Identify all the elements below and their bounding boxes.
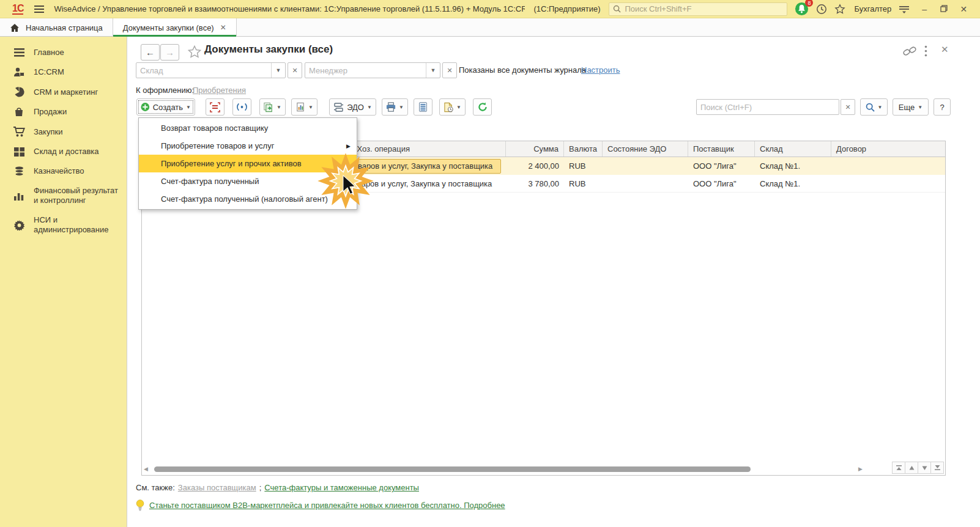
history-button[interactable] <box>816 4 827 15</box>
sidebar-item-crm-marketing[interactable]: CRM и маркетинг <box>0 82 127 102</box>
table-search-input[interactable] <box>697 103 839 112</box>
tab-purchase-documents[interactable]: Документы закупки (все) ✕ <box>113 18 237 37</box>
go-last-icon <box>934 465 941 471</box>
search-options-button[interactable]: ▼ <box>860 98 888 116</box>
rfid-button[interactable] <box>232 98 251 116</box>
supplier-orders-link[interactable]: Заказы поставщикам <box>178 483 256 492</box>
to-process-link[interactable]: Приобретения <box>193 86 246 95</box>
go-down-button[interactable] <box>918 462 931 474</box>
menu-item-purchase-goods-services[interactable]: Приобретение товаров и услуг ▶ <box>139 137 357 155</box>
go-up-button[interactable] <box>905 462 918 474</box>
manager-filter-combo[interactable]: ▼ <box>305 62 440 78</box>
column-header-warehouse[interactable]: Склад <box>755 141 831 157</box>
chevron-down-icon[interactable]: ▼ <box>271 63 285 78</box>
sidebar-item-1c-crm[interactable]: 1С:CRM <box>0 62 127 82</box>
warehouse-filter-input[interactable] <box>136 63 271 78</box>
up-icon <box>908 465 915 471</box>
close-form-icon[interactable]: ✕ <box>941 44 949 55</box>
scroll-right-icon[interactable]: ▶ <box>858 466 863 472</box>
manager-filter-input[interactable] <box>305 63 426 78</box>
cell-supplier: ООО "Лига" <box>688 161 755 171</box>
tab-home[interactable]: Начальная страница <box>0 18 113 37</box>
go-last-button[interactable] <box>930 462 944 474</box>
tab-home-label: Начальная страница <box>26 23 103 32</box>
back-button[interactable]: ← <box>141 44 160 61</box>
menu-item-return-to-supplier[interactable]: Возврат товаров поставщику <box>139 119 357 137</box>
sidebar-item-label: Закупки <box>34 127 62 137</box>
cell-warehouse: Склад №1. <box>755 161 831 171</box>
favorite-star-icon[interactable] <box>188 45 201 58</box>
sidebar-item-label: НСИ и администрирование <box>34 215 121 235</box>
link-icon[interactable] <box>903 45 916 57</box>
search-icon <box>866 103 875 112</box>
separator: ; <box>259 483 262 492</box>
column-header-sum[interactable]: Сумма <box>506 141 564 157</box>
notifications-button[interactable]: 8 <box>795 2 809 16</box>
global-search-input[interactable]: Поиск Ctrl+Shift+F <box>609 2 787 16</box>
table-search-clear-button[interactable]: ✕ <box>841 99 855 115</box>
favorites-button[interactable] <box>834 4 845 15</box>
help-button[interactable]: ? <box>934 98 951 116</box>
edo-button[interactable]: ЭДО ▼ <box>329 98 376 116</box>
deferred-document-button[interactable]: ▼ <box>439 98 466 116</box>
sidebar-item-label: 1С:CRM <box>34 67 64 77</box>
scrollbar-thumb[interactable] <box>154 466 751 472</box>
column-header-supplier[interactable]: Поставщик <box>688 141 755 157</box>
home-icon <box>10 23 20 32</box>
warehouse-clear-button[interactable]: ✕ <box>288 62 302 78</box>
column-header-currency[interactable]: Валюта <box>564 141 603 157</box>
horizontal-scrollbar[interactable]: ◀ ▶ <box>144 465 886 473</box>
forward-arrow-icon: → <box>165 47 174 57</box>
manager-clear-button[interactable]: ✕ <box>442 62 457 78</box>
column-header-contract[interactable]: Договор <box>831 141 945 157</box>
cell-currency: RUB <box>564 179 603 188</box>
chevron-down-icon: ▼ <box>186 105 191 110</box>
current-user[interactable]: Бухгалтер <box>854 4 891 13</box>
table-search-box[interactable] <box>696 99 839 115</box>
more-button[interactable]: Еще ▼ <box>893 98 929 116</box>
b2b-marketplace-link[interactable]: Станьте поставщиком B2B-маркетплейса и п… <box>149 501 505 510</box>
register-list-button[interactable] <box>414 98 432 116</box>
promo-row: Станьте поставщиком B2B-маркетплейса и п… <box>136 499 505 511</box>
service-menu-button[interactable] <box>899 4 910 14</box>
sidebar-item-purchases[interactable]: Закупки <box>0 122 127 142</box>
print-button[interactable]: ▼ <box>382 98 408 116</box>
chart-document-icon <box>295 102 305 112</box>
person-icon <box>12 67 26 77</box>
sidebar-item-main[interactable]: Главное <box>0 43 127 62</box>
sidebar-item-sales[interactable]: Продажи <box>0 102 127 122</box>
chevron-down-icon: ▼ <box>277 105 281 110</box>
create-button[interactable]: Создать ▼ <box>136 98 195 116</box>
sidebar-item-label: Главное <box>34 48 64 57</box>
go-first-button[interactable] <box>892 462 905 474</box>
tab-close-icon[interactable]: ✕ <box>220 23 226 32</box>
wireless-signal-icon <box>237 103 247 111</box>
forward-button[interactable]: → <box>160 44 179 61</box>
configure-link[interactable]: Настроить <box>581 65 620 75</box>
report-document-button[interactable]: ▼ <box>291 98 317 116</box>
lightbulb-icon <box>136 499 144 511</box>
cell-supplier: ООО "Лига" <box>688 179 755 188</box>
invoices-customs-link[interactable]: Счета-фактуры и таможенные документы <box>264 483 419 492</box>
sidebar-item-finance[interactable]: Финансовый результат и контроллинг <box>0 181 127 210</box>
clock-history-icon <box>816 4 827 15</box>
sidebar-item-treasury[interactable]: Казначейство <box>0 161 127 181</box>
column-header-edo[interactable]: Состояние ЭДО <box>603 141 688 157</box>
chevron-down-icon[interactable]: ▼ <box>426 63 440 78</box>
minimize-button[interactable]: – <box>919 4 929 14</box>
close-window-button[interactable]: ✕ <box>959 4 968 14</box>
barcode-scanner-icon <box>210 102 220 112</box>
refresh-button[interactable] <box>473 98 492 116</box>
restore-button[interactable] <box>939 4 949 14</box>
more-dots-icon[interactable] <box>924 45 927 57</box>
load-document-button[interactable]: ▼ <box>259 98 286 116</box>
barcode-scan-button[interactable] <box>206 98 225 116</box>
app-title-suffix: (1С:Предприятие) <box>533 4 600 13</box>
scroll-left-icon[interactable]: ◀ <box>144 466 148 472</box>
sidebar-item-label: Финансовый результат и контроллинг <box>34 186 121 205</box>
sidebar-item-warehouse[interactable]: Склад и доставка <box>0 142 127 161</box>
sidebar-item-admin[interactable]: НСИ и администрирование <box>0 210 127 240</box>
warehouse-filter-combo[interactable]: ▼ <box>136 62 286 78</box>
main-menu-icon[interactable] <box>34 6 44 13</box>
1c-logo-icon: 1С <box>12 4 23 15</box>
